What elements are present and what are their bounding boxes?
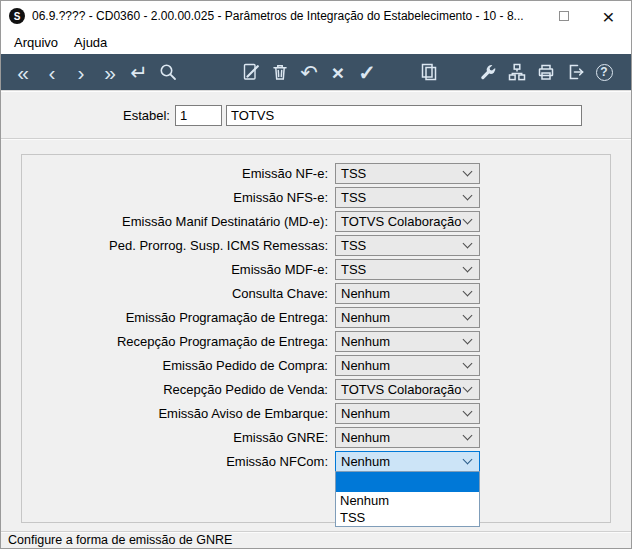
field-label: Emissão GNRE: [22,430,332,445]
field-label: Emissão MDF-e: [22,262,332,277]
field-row: Emissão MDF-e: TSS [22,259,610,279]
print-icon[interactable] [534,58,558,86]
menu-bar: Arquivo Ajuda [1,31,631,54]
nfcom-dropdown-list: Nenhum TSS [335,471,480,527]
maximize-button[interactable] [541,1,586,31]
chevron-down-icon [463,215,473,225]
dropdown-option-tss[interactable]: TSS [336,509,479,526]
field-label: Consulta Chave: [22,286,332,301]
field-row: Emissão Programação de Entrega: Nenhum [22,307,610,327]
combo-emissao-gnre[interactable]: Nenhum [335,427,480,448]
estabel-name-input[interactable] [226,105,582,126]
combo-consulta-chave[interactable]: Nenhum [335,283,480,304]
field-label: Ped. Prorrog. Susp. ICMS Remessas: [22,238,332,253]
close-button[interactable]: × [586,1,631,31]
search-icon[interactable] [156,58,180,86]
go-to-icon[interactable]: ↵ [127,58,151,86]
status-text: Configure a forma de emissão de GNRE [8,533,232,547]
maximize-icon [559,11,569,21]
close-icon: × [602,6,614,27]
field-row: Recepção Programação de Entrega: Nenhum [22,331,610,351]
combo-emissao-pedido-compra[interactable]: Nenhum [335,355,480,376]
content-area: Estabel: Emissão NF-e: TSS Emissão NFS-e… [1,90,631,531]
menu-arquivo[interactable]: Arquivo [6,33,66,52]
field-row: Emissão Pedido de Compra: Nenhum [22,355,610,375]
field-label: Emissão Pedido de Compra: [22,358,332,373]
field-row: Emissão NFCom: Nenhum Nenhum TSS [22,451,610,471]
chevron-down-icon [463,167,473,177]
field-row: Emissão NFS-e: TSS [22,187,610,207]
chevron-down-icon [463,431,473,441]
field-label: Recepção Programação de Entrega: [22,334,332,349]
exit-icon[interactable] [563,58,587,86]
menu-ajuda[interactable]: Ajuda [66,33,115,52]
field-label: Emissão Manif Destinatário (MD-e): [22,214,332,229]
field-label: Emissão Programação de Entrega: [22,310,332,325]
combo-emissao-nfs-e[interactable]: TSS [335,187,480,208]
field-row: Consulta Chave: Nenhum [22,283,610,303]
combo-emissao-mdf-e[interactable]: TSS [335,259,480,280]
toolbar: « ‹ › » ↵ ↶ × ✓ [1,54,631,90]
field-row: Ped. Prorrog. Susp. ICMS Remessas: TSS [22,235,610,255]
copy-icon[interactable] [417,58,441,86]
combo-recepcao-pedido-venda[interactable]: TOTVS Colaboração [335,379,480,400]
chevron-down-icon [463,455,473,465]
chevron-down-icon [463,239,473,249]
chevron-down-icon [463,359,473,369]
chevron-down-icon [463,407,473,417]
field-row: Emissão GNRE: Nenhum [22,427,610,447]
estabel-label: Estabel: [123,108,170,123]
chevron-down-icon [463,263,473,273]
field-row: Emissão Aviso de Embarque: Nenhum [22,403,610,423]
dropdown-option-blank[interactable] [336,472,479,492]
edit-document-icon[interactable] [239,58,263,86]
chevron-down-icon [463,335,473,345]
field-row: Recepção Pedido de Venda: TOTVS Colabora… [22,379,610,399]
field-label: Emissão Aviso de Embarque: [22,406,332,421]
totvs-logo-icon: S [9,8,25,24]
field-label: Recepção Pedido de Venda: [22,382,332,397]
integration-icon[interactable] [505,58,529,86]
combo-emissao-nf-e[interactable]: TSS [335,163,480,184]
field-label: Emissão NF-e: [22,166,332,181]
title-bar: S 06.9.???? - CD0360 - 2.00.00.025 - Par… [1,1,631,31]
estabel-row: Estabel: [1,92,631,126]
combo-emissao-programacao-entrega[interactable]: Nenhum [335,307,480,328]
window-controls: × [541,1,631,31]
combo-emissao-aviso-embarque[interactable]: Nenhum [335,403,480,424]
combo-recepcao-programacao-entrega[interactable]: Nenhum [335,331,480,352]
combo-emissao-manif-destinatario[interactable]: TOTVS Colaboração [335,211,480,232]
help-glyph: ? [596,64,613,81]
chevron-down-icon [463,383,473,393]
dropdown-option-nenhum[interactable]: Nenhum [336,492,479,509]
delete-icon[interactable] [268,58,292,86]
status-bar: Configure a forma de emissão de GNRE [1,531,631,548]
cancel-icon[interactable]: × [326,58,350,86]
field-label: Emissão NFS-e: [22,190,332,205]
window-title: 06.9.???? - CD0360 - 2.00.00.025 - Parâm… [32,9,524,23]
chevron-down-icon [463,287,473,297]
field-row: Emissão NF-e: TSS [22,163,610,183]
combo-ped-prorrog-susp-icms-remessas[interactable]: TSS [335,235,480,256]
chevron-down-icon [463,311,473,321]
confirm-icon[interactable]: ✓ [355,58,379,86]
app-window: S 06.9.???? - CD0360 - 2.00.00.025 - Par… [0,0,632,549]
first-record-icon[interactable]: « [11,58,35,86]
undo-icon[interactable]: ↶ [297,58,321,86]
next-record-icon[interactable]: › [69,58,93,86]
last-record-icon[interactable]: » [98,58,122,86]
previous-record-icon[interactable]: ‹ [40,58,64,86]
tools-icon[interactable] [476,58,500,86]
help-icon[interactable]: ? [592,58,616,86]
chevron-down-icon [463,191,473,201]
field-row: Emissão Manif Destinatário (MD-e): TOTVS… [22,211,610,231]
field-label: Emissão NFCom: [22,454,332,469]
estabel-code-input[interactable] [175,105,222,126]
integration-panel: Emissão NF-e: TSS Emissão NFS-e: TSS Emi… [21,154,611,523]
panel-wrap: Emissão NF-e: TSS Emissão NFS-e: TSS Emi… [1,140,631,531]
combo-emissao-nfcom[interactable]: Nenhum Nenhum TSS [335,451,480,472]
